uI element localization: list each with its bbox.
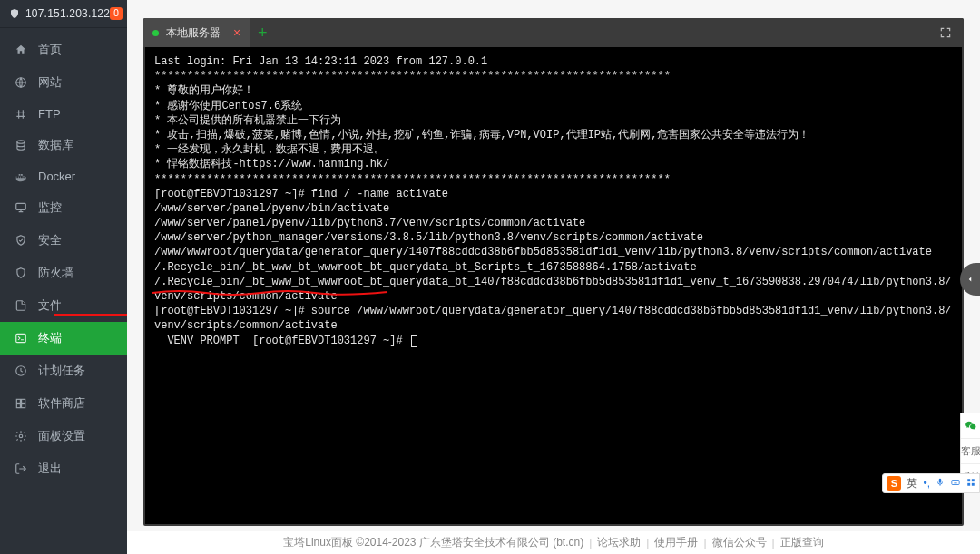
ime-punct-icon[interactable]: •, bbox=[923, 477, 930, 490]
terminal-tab-actions bbox=[935, 18, 964, 47]
sogou-logo-icon: S bbox=[887, 476, 901, 491]
ime-toolbar[interactable]: S 英 •, bbox=[882, 473, 980, 493]
nav-item-logout[interactable]: 退出 bbox=[0, 452, 127, 485]
nav-item-files[interactable]: 文件 bbox=[0, 289, 127, 322]
nav-item-label: 软件商店 bbox=[38, 395, 85, 412]
footer-link-wechat[interactable]: 微信公众号 bbox=[712, 535, 767, 550]
svg-rect-13 bbox=[967, 483, 970, 486]
monitor-icon bbox=[15, 201, 27, 214]
nav-item-label: Docker bbox=[38, 170, 75, 183]
nav-item-label: 面板设置 bbox=[38, 428, 85, 444]
svg-rect-2 bbox=[16, 203, 26, 209]
nav-item-label: 数据库 bbox=[38, 137, 74, 153]
settings-icon bbox=[15, 430, 27, 442]
nav-item-settings[interactable]: 面板设置 bbox=[0, 420, 127, 452]
security-icon bbox=[15, 234, 27, 247]
nav-item-label: 防火墙 bbox=[38, 265, 74, 281]
sidebar: 107.151.203.122 0 首页网站FTP数据库Docker监控安全防火… bbox=[0, 0, 127, 554]
shield-icon bbox=[9, 7, 20, 20]
terminal-window: 本地服务器 × + Last login: Fri Jan 13 14:23:1… bbox=[143, 18, 964, 526]
nav-item-label: 首页 bbox=[38, 42, 62, 58]
home-icon bbox=[15, 44, 27, 56]
kefu-button[interactable]: 客服 bbox=[961, 439, 980, 464]
nav-item-cron[interactable]: 计划任务 bbox=[0, 355, 127, 387]
footer-link-genuine[interactable]: 正版查询 bbox=[780, 535, 824, 550]
nav-item-label: 计划任务 bbox=[38, 363, 85, 379]
site-icon bbox=[15, 76, 27, 89]
terminal-cursor bbox=[411, 335, 417, 347]
svg-rect-3 bbox=[16, 334, 26, 342]
close-icon[interactable]: × bbox=[233, 26, 240, 39]
footer-link-forum[interactable]: 论坛求助 bbox=[597, 535, 641, 550]
terminal-tab[interactable]: 本地服务器 × bbox=[143, 18, 250, 47]
svg-rect-12 bbox=[972, 479, 975, 481]
nav-item-label: 文件 bbox=[38, 297, 62, 314]
nav-item-label: 退出 bbox=[38, 461, 62, 477]
footer-link-manual[interactable]: 使用手册 bbox=[654, 535, 698, 550]
terminal-body[interactable]: Last login: Fri Jan 13 14:23:11 2023 fro… bbox=[145, 47, 962, 524]
ime-menu-icon[interactable] bbox=[966, 477, 975, 490]
nav-item-ftp[interactable]: FTP bbox=[0, 99, 127, 129]
ime-mic-icon[interactable] bbox=[936, 477, 945, 491]
terminal-tab-bar: 本地服务器 × + bbox=[143, 18, 964, 47]
svg-rect-7 bbox=[16, 404, 20, 408]
ftp-icon bbox=[15, 108, 27, 121]
ime-lang[interactable]: 英 bbox=[906, 476, 917, 491]
svg-point-9 bbox=[19, 434, 23, 438]
notification-badge[interactable]: 0 bbox=[110, 7, 122, 20]
logout-icon bbox=[15, 462, 27, 475]
terminal-icon bbox=[15, 332, 27, 345]
nav-item-store[interactable]: 软件商店 bbox=[0, 387, 127, 420]
fullscreen-icon[interactable] bbox=[935, 22, 956, 44]
nav-item-db[interactable]: 数据库 bbox=[0, 129, 127, 161]
add-tab-button[interactable]: + bbox=[250, 18, 275, 47]
svg-rect-5 bbox=[16, 399, 20, 403]
db-icon bbox=[15, 139, 27, 151]
cron-icon bbox=[15, 364, 27, 377]
nav-item-security[interactable]: 安全 bbox=[0, 224, 127, 257]
footer-copyright: 宝塔Linux面板 ©2014-2023 广东堡塔安全技术有限公司 (bt.cn… bbox=[283, 535, 583, 550]
nav-item-site[interactable]: 网站 bbox=[0, 66, 127, 99]
svg-rect-8 bbox=[22, 404, 25, 408]
nav-item-docker[interactable]: Docker bbox=[0, 161, 127, 191]
files-icon bbox=[15, 299, 27, 312]
docker-icon bbox=[15, 170, 27, 183]
svg-rect-10 bbox=[952, 481, 959, 485]
nav-item-firewall[interactable]: 防火墙 bbox=[0, 257, 127, 289]
status-dot-icon bbox=[152, 30, 159, 36]
nav-item-monitor[interactable]: 监控 bbox=[0, 191, 127, 224]
terminal-tab-label: 本地服务器 bbox=[166, 25, 220, 41]
nav-item-label: FTP bbox=[38, 107, 61, 121]
footer: 宝塔Linux面板 ©2014-2023 广东堡塔安全技术有限公司 (bt.cn… bbox=[127, 531, 980, 554]
main-content: 本地服务器 × + Last login: Fri Jan 13 14:23:1… bbox=[127, 0, 980, 531]
nav-item-label: 终端 bbox=[38, 330, 62, 346]
firewall-icon bbox=[15, 267, 27, 279]
svg-point-1 bbox=[17, 141, 24, 144]
nav-item-label: 监控 bbox=[38, 199, 62, 216]
sidebar-header: 107.151.203.122 0 bbox=[0, 0, 127, 28]
ime-keyboard-icon[interactable] bbox=[950, 477, 961, 490]
wechat-icon[interactable] bbox=[961, 413, 980, 439]
store-icon bbox=[15, 397, 27, 410]
nav-item-label: 网站 bbox=[38, 74, 62, 91]
svg-rect-14 bbox=[972, 483, 975, 486]
svg-rect-11 bbox=[967, 479, 970, 481]
nav-item-home[interactable]: 首页 bbox=[0, 34, 127, 66]
server-ip: 107.151.203.122 bbox=[25, 7, 110, 20]
nav-list: 首页网站FTP数据库Docker监控安全防火墙文件终端计划任务软件商店面板设置退… bbox=[0, 28, 127, 491]
nav-item-label: 安全 bbox=[38, 232, 62, 248]
nav-item-terminal[interactable]: 终端 bbox=[0, 322, 127, 355]
svg-rect-6 bbox=[22, 399, 25, 403]
